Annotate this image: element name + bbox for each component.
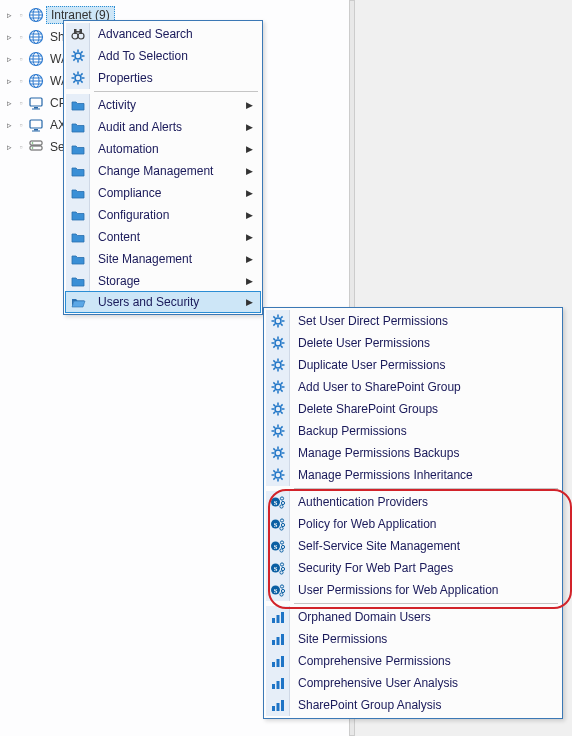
globe-icon: [28, 73, 44, 89]
menu-item[interactable]: Site Permissions: [266, 628, 560, 650]
menu-item[interactable]: Comprehensive User Analysis: [266, 672, 560, 694]
submenu-arrow-icon: ▶: [246, 166, 260, 176]
menu-item[interactable]: Advanced Search: [66, 23, 260, 45]
menu-item[interactable]: Self-Service Site Management: [266, 535, 560, 557]
folder-icon: [66, 94, 90, 116]
expander-icon[interactable]: ▫: [16, 98, 26, 108]
menu-item[interactable]: Add To Selection: [66, 45, 260, 67]
menu-item-label: Comprehensive Permissions: [290, 654, 560, 668]
gear-icon: [266, 354, 290, 376]
menu-item-label: Delete User Permissions: [290, 336, 560, 350]
submenu-arrow-icon: ▶: [246, 276, 260, 286]
menu-item[interactable]: Comprehensive Permissions: [266, 650, 560, 672]
folder-icon: [66, 248, 90, 270]
expander-icon[interactable]: ▫: [16, 120, 26, 130]
submenu-arrow-icon: ▶: [246, 122, 260, 132]
submenu-arrow-icon: ▶: [246, 254, 260, 264]
menu-item[interactable]: Policy for Web Application: [266, 513, 560, 535]
menu-item[interactable]: Manage Permissions Backups: [266, 442, 560, 464]
expander-icon[interactable]: ▫: [16, 10, 26, 20]
menu-item-label: Comprehensive User Analysis: [290, 676, 560, 690]
expander-icon[interactable]: ▫: [16, 54, 26, 64]
expander-icon[interactable]: ▫: [16, 76, 26, 86]
menu-item-label: Policy for Web Application: [290, 517, 560, 531]
menu-separator: [294, 488, 558, 489]
menu-separator: [94, 91, 258, 92]
menu-item[interactable]: Set User Direct Permissions: [266, 310, 560, 332]
menu-item-label: Self-Service Site Management: [290, 539, 560, 553]
menu-item[interactable]: Storage▶: [66, 270, 260, 292]
menu-item-label: Compliance: [90, 186, 246, 200]
expander-icon[interactable]: ▹: [4, 54, 14, 64]
globe-icon: [28, 7, 44, 23]
submenu-arrow-icon: ▶: [246, 100, 260, 110]
menu-item-label: Delete SharePoint Groups: [290, 402, 560, 416]
menu-item-label: User Permissions for Web Application: [290, 583, 560, 597]
folder-icon: [66, 116, 90, 138]
expander-icon[interactable]: ▹: [4, 32, 14, 42]
expander-icon[interactable]: ▹: [4, 98, 14, 108]
menu-item[interactable]: Configuration▶: [66, 204, 260, 226]
menu-item-label: Content: [90, 230, 246, 244]
menu-item[interactable]: Activity▶: [66, 94, 260, 116]
menu-item-label: Security For Web Part Pages: [290, 561, 560, 575]
menu-item[interactable]: Automation▶: [66, 138, 260, 160]
chart-icon: [266, 672, 290, 694]
menu-item[interactable]: User Permissions for Web Application: [266, 579, 560, 601]
expander-icon[interactable]: ▹: [4, 120, 14, 130]
folder-open-icon: [66, 292, 90, 312]
sp-icon: [266, 579, 290, 601]
menu-item[interactable]: Users and Security▶: [65, 291, 261, 313]
menu-item-label: Add To Selection: [90, 49, 260, 63]
gear-icon: [266, 464, 290, 486]
menu-item[interactable]: Authentication Providers: [266, 491, 560, 513]
menu-item[interactable]: Manage Permissions Inheritance: [266, 464, 560, 486]
chart-icon: [266, 650, 290, 672]
menu-item[interactable]: Delete SharePoint Groups: [266, 398, 560, 420]
gear-icon: [266, 376, 290, 398]
globe-icon: [28, 29, 44, 45]
gear-icon: [266, 332, 290, 354]
menu-item[interactable]: Site Management▶: [66, 248, 260, 270]
menu-item-label: Users and Security: [90, 295, 246, 309]
menu-item-label: Activity: [90, 98, 246, 112]
menu-item[interactable]: Add User to SharePoint Group: [266, 376, 560, 398]
menu-item-label: Automation: [90, 142, 246, 156]
menu-item[interactable]: Backup Permissions: [266, 420, 560, 442]
submenu-arrow-icon: ▶: [246, 144, 260, 154]
expander-icon[interactable]: ▹: [4, 76, 14, 86]
gear-icon: [66, 67, 90, 89]
menu-item-label: Backup Permissions: [290, 424, 560, 438]
submenu-arrow-icon: ▶: [246, 188, 260, 198]
gear-icon: [266, 310, 290, 332]
menu-item[interactable]: Content▶: [66, 226, 260, 248]
expander-icon[interactable]: ▫: [16, 142, 26, 152]
menu-item-label: Authentication Providers: [290, 495, 560, 509]
menu-item[interactable]: SharePoint Group Analysis: [266, 694, 560, 716]
menu-item-label: Site Management: [90, 252, 246, 266]
folder-icon: [66, 138, 90, 160]
folder-icon: [66, 182, 90, 204]
menu-item[interactable]: Delete User Permissions: [266, 332, 560, 354]
menu-item[interactable]: Security For Web Part Pages: [266, 557, 560, 579]
menu-item[interactable]: Change Management▶: [66, 160, 260, 182]
menu-item-label: Advanced Search: [90, 27, 260, 41]
server-icon: [28, 139, 44, 155]
chart-icon: [266, 694, 290, 716]
expander-icon[interactable]: ▹: [4, 10, 14, 20]
expander-icon[interactable]: ▹: [4, 142, 14, 152]
menu-item[interactable]: Compliance▶: [66, 182, 260, 204]
menu-item[interactable]: Audit and Alerts▶: [66, 116, 260, 138]
menu-item[interactable]: Duplicate User Permissions: [266, 354, 560, 376]
menu-item-label: SharePoint Group Analysis: [290, 698, 560, 712]
monitor-icon: [28, 117, 44, 133]
folder-icon: [66, 204, 90, 226]
context-menu-users-security: Set User Direct PermissionsDelete User P…: [263, 307, 563, 719]
expander-icon[interactable]: ▫: [16, 32, 26, 42]
menu-item[interactable]: Orphaned Domain Users: [266, 606, 560, 628]
gear-icon: [266, 442, 290, 464]
submenu-arrow-icon: ▶: [246, 232, 260, 242]
menu-item-label: Audit and Alerts: [90, 120, 246, 134]
menu-item[interactable]: Properties: [66, 67, 260, 89]
chart-icon: [266, 628, 290, 650]
